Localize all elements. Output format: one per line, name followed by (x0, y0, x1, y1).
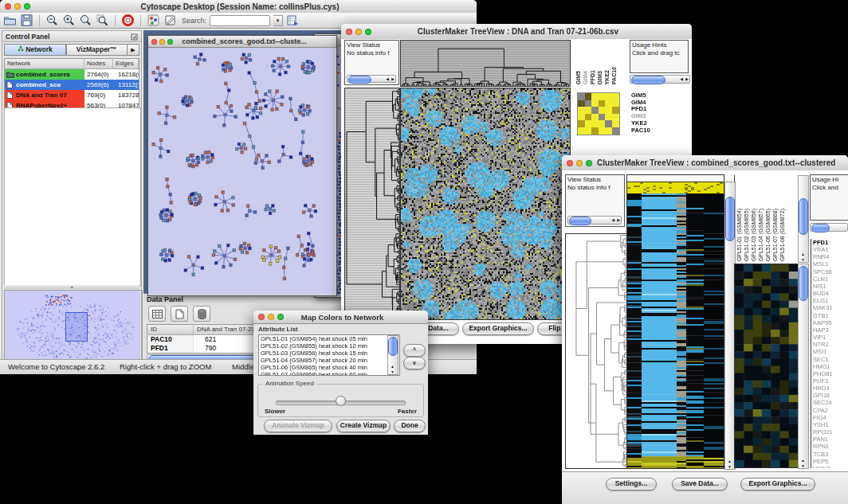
settings-button[interactable]: Settings... (606, 478, 657, 490)
matrix-cell[interactable] (585, 100, 592, 107)
vizmap-icon[interactable] (147, 14, 160, 27)
gene-label[interactable]: HRD3 (813, 385, 848, 392)
zoom-fit-icon[interactable] (79, 14, 92, 27)
new-attribute-icon[interactable] (171, 306, 188, 322)
network-tree-area[interactable] (4, 107, 141, 286)
matrix-cell[interactable] (591, 114, 599, 121)
col-nodes[interactable]: Nodes (84, 59, 113, 68)
matrix-cell[interactable] (612, 100, 619, 107)
array-label[interactable]: GPL51-02 (GSM855) (744, 209, 750, 261)
tv2-status-scrollbar[interactable]: ◀▶ (567, 216, 622, 225)
matrix-cell[interactable] (591, 100, 599, 107)
save-icon[interactable] (20, 14, 33, 27)
zoom-button[interactable] (167, 39, 173, 45)
gene-label[interactable]: RPO21 (813, 428, 848, 436)
matrix-cell[interactable] (605, 127, 612, 135)
panel-splitter[interactable]: ● (4, 285, 139, 289)
zoom-selected-icon[interactable] (96, 14, 109, 27)
matrix-cell[interactable] (585, 127, 592, 135)
network-row[interactable]: combined_sco2569(6)13112(15) (5, 80, 139, 90)
array-label[interactable]: GPL51-03 (GSM856) (751, 209, 757, 261)
close-button[interactable] (151, 39, 157, 45)
tv2-zoom-scrollbar[interactable]: ▲▼ (798, 264, 809, 469)
column-label[interactable]: GIM3 (597, 71, 603, 84)
zoom-out-icon[interactable] (45, 14, 59, 27)
matrix-cell[interactable] (591, 93, 599, 100)
search-input[interactable] (210, 15, 270, 26)
attribute-list-item[interactable]: GPL51-01 (GSM854) heat shock 05 min (259, 335, 399, 342)
array-label[interactable]: GPL51-07 (GSM868) (772, 209, 779, 261)
tab-vizmapper[interactable]: VizMapper™ (66, 44, 128, 56)
gene-label[interactable]: CPA2 (813, 407, 848, 414)
help-lifering-icon[interactable] (121, 14, 135, 27)
tv2-global-heatmap[interactable] (626, 182, 724, 469)
export-graphics-button[interactable]: Export Graphics... (462, 322, 534, 335)
array-label[interactable]: GPL51-01 (GSM854) (736, 209, 743, 261)
gene-label[interactable]: MAK31 (813, 304, 848, 311)
gene-label[interactable]: SEC24 (813, 399, 848, 406)
minimize-button[interactable] (576, 160, 583, 166)
save-data-button[interactable]: Save Data... (672, 478, 728, 490)
move-down-button[interactable]: v (403, 357, 426, 369)
scroll-thumb[interactable] (725, 197, 735, 241)
tv1-zoom-heatmap[interactable] (577, 92, 620, 135)
attribute-table-icon[interactable] (148, 306, 166, 322)
network-row[interactable]: DNA and Tran 07769(0)183728(0) (5, 90, 139, 100)
attribute-list-item[interactable]: GPL51-07 (GSM868) heat shock 60 min (259, 371, 399, 376)
gene-label[interactable]: PUF3 (813, 377, 848, 385)
animate-vizmap-button[interactable]: Animate Vizmap (264, 420, 332, 432)
gene-label[interactable]: NTR2 (813, 341, 848, 348)
array-label[interactable]: GPL51-08 (GSM872) (779, 209, 786, 261)
network-window1-titlebar[interactable]: combined_scores_good.txt--cluste... (148, 36, 336, 48)
matrix-cell[interactable] (578, 107, 585, 114)
col-edges[interactable]: Edges (113, 59, 139, 68)
tv1-status-scrollbar[interactable]: ◀▶ (347, 75, 396, 83)
close-button[interactable] (567, 160, 573, 166)
col-id[interactable]: ID (147, 325, 194, 334)
tv2-labels-scrollbar[interactable]: ▲▼ (798, 175, 809, 263)
gene-label[interactable]: MSL1 (813, 260, 848, 268)
attribute-list-item[interactable]: GPL51-02 (GSM855) heat shock 10 min (259, 342, 399, 350)
gene-label[interactable]: ELG1 (813, 297, 848, 304)
done-button[interactable]: Done (394, 420, 426, 432)
gene-label[interactable]: HAP3 (813, 326, 848, 334)
matrix-cell[interactable] (591, 107, 599, 114)
gene-label[interactable]: VIP1 (813, 334, 848, 341)
main-titlebar[interactable]: Cytoscape Desktop (Session Name: collins… (0, 0, 477, 14)
gene-label[interactable]: SPC98 (813, 268, 848, 275)
gene-label[interactable]: KAP95 (813, 319, 848, 326)
gene-label[interactable]: MSI1 (813, 348, 848, 355)
matrix-cell[interactable] (605, 93, 612, 100)
gene-label[interactable]: GPI16 (813, 392, 848, 399)
close-button[interactable] (258, 314, 265, 320)
column-label[interactable]: PFD1 (590, 70, 596, 84)
tv2-gene-dendrogram[interactable] (565, 233, 627, 469)
matrix-cell[interactable] (599, 114, 606, 121)
delete-attribute-icon[interactable] (193, 306, 210, 322)
gene-label[interactable]: YSH1 (813, 421, 848, 428)
treeview1-titlebar[interactable]: ClusterMaker TreeView : DNA and Tran 07-… (341, 24, 692, 40)
matrix-cell[interactable] (612, 107, 619, 114)
column-label[interactable]: PAC10 (611, 67, 618, 84)
matrix-cell[interactable] (585, 107, 592, 114)
network-overview-panel[interactable] (4, 290, 143, 363)
matrix-cell[interactable] (612, 127, 619, 135)
matrix-cell[interactable] (605, 120, 612, 127)
zoom-button[interactable] (277, 314, 284, 320)
gene-label[interactable]: PAN1 (813, 436, 848, 443)
tv1-gene-dendrogram[interactable] (344, 88, 400, 320)
scroll-thumb[interactable] (799, 266, 808, 301)
move-up-button[interactable]: ^ (403, 344, 426, 357)
close-button[interactable] (346, 29, 352, 35)
scroll-thumb[interactable] (388, 337, 398, 356)
table-import-icon[interactable] (286, 14, 300, 27)
matrix-cell[interactable] (599, 93, 606, 100)
dialog-titlebar[interactable]: Map Colors to Network (253, 311, 428, 324)
gene-label[interactable]: PHO81 (813, 370, 848, 377)
gene-label[interactable]: GTB1 (813, 312, 848, 319)
matrix-cell[interactable] (591, 127, 599, 135)
matrix-cell[interactable] (585, 93, 592, 100)
matrix-cell[interactable] (605, 114, 612, 121)
network-row[interactable]: combined_scores2764(0)16218(0) (5, 69, 139, 80)
search-dropdown-arrow[interactable]: ▼ (273, 15, 283, 26)
